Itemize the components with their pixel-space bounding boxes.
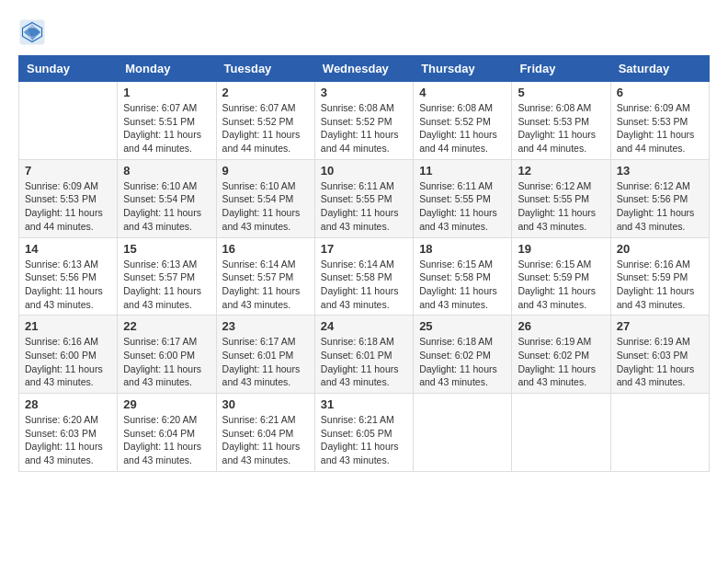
day-info: Sunrise: 6:18 AM Sunset: 6:01 PM Dayligh… [321,335,407,389]
calendar-cell: 14Sunrise: 6:13 AM Sunset: 5:56 PM Dayli… [19,237,118,316]
day-info: Sunrise: 6:17 AM Sunset: 6:01 PM Dayligh… [222,335,309,389]
day-info: Sunrise: 6:13 AM Sunset: 5:57 PM Dayligh… [123,258,210,312]
calendar-cell: 11Sunrise: 6:11 AM Sunset: 5:55 PM Dayli… [414,159,512,237]
calendar-cell: 25Sunrise: 6:18 AM Sunset: 6:02 PM Dayli… [414,316,512,394]
day-number: 18 [419,242,506,256]
calendar-cell: 26Sunrise: 6:19 AM Sunset: 6:02 PM Dayli… [512,316,610,394]
calendar-cell: 8Sunrise: 6:10 AM Sunset: 5:54 PM Daylig… [118,159,216,237]
day-info: Sunrise: 6:09 AM Sunset: 5:53 PM Dayligh… [25,179,111,234]
day-number: 27 [617,319,703,333]
day-info: Sunrise: 6:07 AM Sunset: 5:52 PM Dayligh… [222,101,309,155]
calendar-cell: 27Sunrise: 6:19 AM Sunset: 6:03 PM Dayli… [610,316,709,394]
calendar-week-row: 21Sunrise: 6:16 AM Sunset: 6:00 PM Dayli… [19,316,710,394]
day-info: Sunrise: 6:08 AM Sunset: 5:52 PM Dayligh… [321,101,407,155]
calendar-cell: 30Sunrise: 6:21 AM Sunset: 6:04 PM Dayli… [216,394,314,472]
day-of-week-header: Tuesday [216,56,314,82]
day-number: 10 [321,164,407,178]
day-number: 20 [617,242,703,256]
day-number: 21 [25,319,111,333]
calendar-cell: 20Sunrise: 6:16 AM Sunset: 5:59 PM Dayli… [610,237,709,316]
day-of-week-header: Saturday [610,56,709,82]
calendar-header: SundayMondayTuesdayWednesdayThursdayFrid… [19,56,710,82]
day-number: 1 [123,86,210,99]
calendar-week-row: 7Sunrise: 6:09 AM Sunset: 5:53 PM Daylig… [19,159,710,237]
day-info: Sunrise: 6:12 AM Sunset: 5:55 PM Dayligh… [518,179,604,234]
day-number: 4 [419,86,506,99]
calendar-cell: 16Sunrise: 6:14 AM Sunset: 5:57 PM Dayli… [216,237,314,316]
calendar-table: SundayMondayTuesdayWednesdayThursdayFrid… [18,55,710,472]
day-of-week-header: Friday [512,56,610,82]
day-number: 7 [25,164,111,178]
day-info: Sunrise: 6:09 AM Sunset: 5:53 PM Dayligh… [617,101,703,155]
day-number: 3 [321,86,407,99]
day-number: 6 [617,86,703,99]
calendar-cell: 2Sunrise: 6:07 AM Sunset: 5:52 PM Daylig… [216,82,314,160]
day-of-week-header: Sunday [19,56,118,82]
day-info: Sunrise: 6:15 AM Sunset: 5:58 PM Dayligh… [419,258,506,312]
day-number: 29 [123,397,210,411]
calendar-cell: 4Sunrise: 6:08 AM Sunset: 5:52 PM Daylig… [414,82,512,160]
calendar-cell: 17Sunrise: 6:14 AM Sunset: 5:58 PM Dayli… [314,237,413,316]
calendar-body: 1Sunrise: 6:07 AM Sunset: 5:51 PM Daylig… [19,82,710,472]
day-info: Sunrise: 6:15 AM Sunset: 5:59 PM Dayligh… [518,258,604,312]
day-number: 2 [222,86,309,99]
day-info: Sunrise: 6:17 AM Sunset: 6:00 PM Dayligh… [123,335,210,389]
day-number: 31 [321,397,407,411]
day-number: 15 [123,242,210,256]
calendar-cell [414,394,512,472]
day-number: 17 [321,242,407,256]
day-of-week-header: Wednesday [314,56,413,82]
day-number: 12 [518,164,604,178]
day-info: Sunrise: 6:19 AM Sunset: 6:03 PM Dayligh… [617,335,703,389]
calendar-cell: 13Sunrise: 6:12 AM Sunset: 5:56 PM Dayli… [610,159,709,237]
day-number: 25 [419,319,506,333]
calendar-cell [610,394,709,472]
day-info: Sunrise: 6:11 AM Sunset: 5:55 PM Dayligh… [419,179,506,234]
day-info: Sunrise: 6:10 AM Sunset: 5:54 PM Dayligh… [123,179,210,234]
day-number: 23 [222,319,309,333]
day-info: Sunrise: 6:16 AM Sunset: 5:59 PM Dayligh… [617,258,703,312]
calendar-cell: 22Sunrise: 6:17 AM Sunset: 6:00 PM Dayli… [118,316,216,394]
day-info: Sunrise: 6:21 AM Sunset: 6:04 PM Dayligh… [222,413,309,467]
day-info: Sunrise: 6:21 AM Sunset: 6:05 PM Dayligh… [321,413,407,467]
calendar-cell: 12Sunrise: 6:12 AM Sunset: 5:55 PM Dayli… [512,159,610,237]
day-info: Sunrise: 6:11 AM Sunset: 5:55 PM Dayligh… [321,179,407,234]
day-number: 24 [321,319,407,333]
calendar-week-row: 28Sunrise: 6:20 AM Sunset: 6:03 PM Dayli… [19,394,710,472]
days-of-week-row: SundayMondayTuesdayWednesdayThursdayFrid… [19,56,710,82]
logo [18,18,50,46]
day-number: 28 [25,397,111,411]
calendar-cell: 31Sunrise: 6:21 AM Sunset: 6:05 PM Dayli… [314,394,413,472]
calendar-cell: 29Sunrise: 6:20 AM Sunset: 6:04 PM Dayli… [118,394,216,472]
calendar-cell [19,82,118,160]
day-info: Sunrise: 6:13 AM Sunset: 5:56 PM Dayligh… [25,258,111,312]
day-number: 11 [419,164,506,178]
day-info: Sunrise: 6:07 AM Sunset: 5:51 PM Dayligh… [123,101,210,155]
day-info: Sunrise: 6:10 AM Sunset: 5:54 PM Dayligh… [222,179,309,234]
page-header [18,18,710,46]
calendar-cell: 28Sunrise: 6:20 AM Sunset: 6:03 PM Dayli… [19,394,118,472]
day-of-week-header: Monday [118,56,216,82]
calendar-cell: 10Sunrise: 6:11 AM Sunset: 5:55 PM Dayli… [314,159,413,237]
day-info: Sunrise: 6:16 AM Sunset: 6:00 PM Dayligh… [25,335,111,389]
day-info: Sunrise: 6:20 AM Sunset: 6:03 PM Dayligh… [25,413,111,467]
day-number: 30 [222,397,309,411]
calendar-cell: 23Sunrise: 6:17 AM Sunset: 6:01 PM Dayli… [216,316,314,394]
calendar-cell: 21Sunrise: 6:16 AM Sunset: 6:00 PM Dayli… [19,316,118,394]
calendar-cell: 3Sunrise: 6:08 AM Sunset: 5:52 PM Daylig… [314,82,413,160]
logo-icon [18,18,46,46]
calendar-cell [512,394,610,472]
day-info: Sunrise: 6:20 AM Sunset: 6:04 PM Dayligh… [123,413,210,467]
calendar-cell: 7Sunrise: 6:09 AM Sunset: 5:53 PM Daylig… [19,159,118,237]
calendar-cell: 18Sunrise: 6:15 AM Sunset: 5:58 PM Dayli… [414,237,512,316]
calendar-week-row: 1Sunrise: 6:07 AM Sunset: 5:51 PM Daylig… [19,82,710,160]
day-of-week-header: Thursday [414,56,512,82]
day-number: 14 [25,242,111,256]
day-number: 19 [518,242,604,256]
day-number: 8 [123,164,210,178]
day-info: Sunrise: 6:18 AM Sunset: 6:02 PM Dayligh… [419,335,506,389]
day-info: Sunrise: 6:08 AM Sunset: 5:52 PM Dayligh… [419,101,506,155]
day-info: Sunrise: 6:12 AM Sunset: 5:56 PM Dayligh… [617,179,703,234]
calendar-cell: 19Sunrise: 6:15 AM Sunset: 5:59 PM Dayli… [512,237,610,316]
calendar-cell: 9Sunrise: 6:10 AM Sunset: 5:54 PM Daylig… [216,159,314,237]
